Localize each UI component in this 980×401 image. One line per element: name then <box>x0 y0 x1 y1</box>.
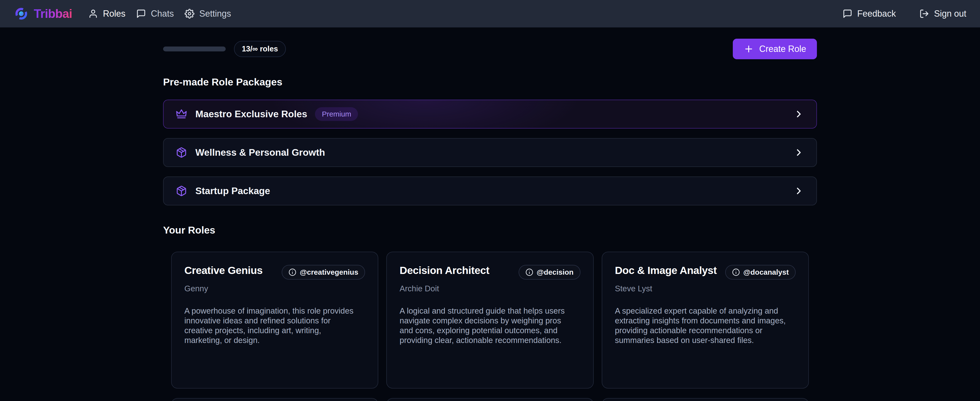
chevron-right-icon <box>794 185 804 197</box>
role-description: A powerhouse of imagination, this role p… <box>185 306 356 345</box>
nav-item-label: Roles <box>103 8 126 19</box>
message-icon <box>136 9 146 19</box>
role-handle-badge[interactable]: @docanalyst <box>725 265 795 280</box>
nav-item-roles[interactable]: Roles <box>88 8 126 19</box>
roles-section-title: Your Roles <box>163 225 817 236</box>
chevron-right-icon <box>794 109 804 120</box>
role-handle-badge[interactable]: @decision <box>519 265 581 280</box>
brand-name: Tribbai <box>34 6 72 21</box>
role-agent-name: Genny <box>185 284 365 293</box>
role-card-header: Decision Architect @decision <box>399 264 580 280</box>
plus-icon <box>743 44 754 54</box>
message-icon <box>843 9 853 19</box>
role-card-partial[interactable] <box>386 398 593 401</box>
role-card-header: Doc & Image Analyst @docanalyst <box>615 264 795 280</box>
chevron-right-icon <box>794 147 804 158</box>
main-content: 13/∞ roles Create Role Pre-made Role Pac… <box>163 39 817 401</box>
package-row-wellness[interactable]: Wellness & Personal Growth <box>163 138 817 167</box>
info-icon <box>732 268 740 276</box>
primary-nav: Roles Chats Settings <box>88 8 231 19</box>
user-icon <box>88 9 98 19</box>
feedback-button[interactable]: Feedback <box>843 8 896 19</box>
role-card-partial[interactable] <box>602 398 809 401</box>
role-card-decision-architect[interactable]: Decision Architect @decision Archie Doit… <box>386 252 593 388</box>
package-title: Wellness & Personal Growth <box>196 147 325 158</box>
role-description: A logical and structured guide that help… <box>399 306 571 345</box>
role-handle: @docanalyst <box>743 268 789 276</box>
roles-grid: Creative Genius @creativegenius Genny A … <box>163 252 817 401</box>
role-agent-name: Steve Lyst <box>615 284 795 293</box>
package-icon <box>176 185 187 197</box>
info-icon <box>525 268 533 276</box>
role-card-header: Creative Genius @creativegenius <box>185 264 365 280</box>
role-description: A specialized expert capable of analyzin… <box>615 306 786 345</box>
brand-logo[interactable]: Tribbai <box>14 6 72 21</box>
sign-out-button[interactable]: Sign out <box>920 8 966 19</box>
nav-item-chats[interactable]: Chats <box>136 8 174 19</box>
role-name: Creative Genius <box>185 264 262 276</box>
role-handle: @decision <box>537 268 574 276</box>
topbar: Tribbai Roles Chats <box>0 0 980 27</box>
package-title: Maestro Exclusive Roles <box>196 109 307 120</box>
role-name: Decision Architect <box>399 264 489 276</box>
package-title: Startup Package <box>196 185 270 197</box>
role-card-doc-image-analyst[interactable]: Doc & Image Analyst @docanalyst Steve Ly… <box>602 252 809 388</box>
nav-item-label: Settings <box>199 8 231 19</box>
roles-toolbar: 13/∞ roles Create Role <box>163 39 817 59</box>
roles-count-badge: 13/∞ roles <box>234 41 286 57</box>
create-role-button[interactable]: Create Role <box>733 39 817 59</box>
crown-icon <box>176 109 187 120</box>
logout-icon <box>920 9 929 19</box>
create-role-label: Create Role <box>759 44 806 54</box>
roles-progress-bar <box>163 46 226 51</box>
nav-item-settings[interactable]: Settings <box>185 8 231 19</box>
nav-item-label: Chats <box>151 8 174 19</box>
gear-icon <box>185 9 194 19</box>
package-list: Maestro Exclusive Roles Premium Wellness… <box>163 100 817 205</box>
sign-out-label: Sign out <box>934 8 966 19</box>
role-agent-name: Archie Doit <box>399 284 580 293</box>
topbar-right: Feedback Sign out <box>843 8 966 19</box>
package-row-startup[interactable]: Startup Package <box>163 177 817 205</box>
role-card-partial[interactable] <box>171 398 378 401</box>
role-name: Doc & Image Analyst <box>615 264 717 276</box>
package-icon <box>176 147 187 158</box>
tribbai-logo-icon <box>14 6 29 21</box>
premium-badge: Premium <box>315 107 358 121</box>
role-handle: @creativegenius <box>300 268 358 276</box>
role-handle-badge[interactable]: @creativegenius <box>282 265 365 280</box>
info-icon <box>288 268 296 276</box>
feedback-label: Feedback <box>857 8 896 19</box>
role-card-creative-genius[interactable]: Creative Genius @creativegenius Genny A … <box>171 252 378 388</box>
packages-section-title: Pre-made Role Packages <box>163 77 817 88</box>
package-row-maestro[interactable]: Maestro Exclusive Roles Premium <box>163 100 817 129</box>
